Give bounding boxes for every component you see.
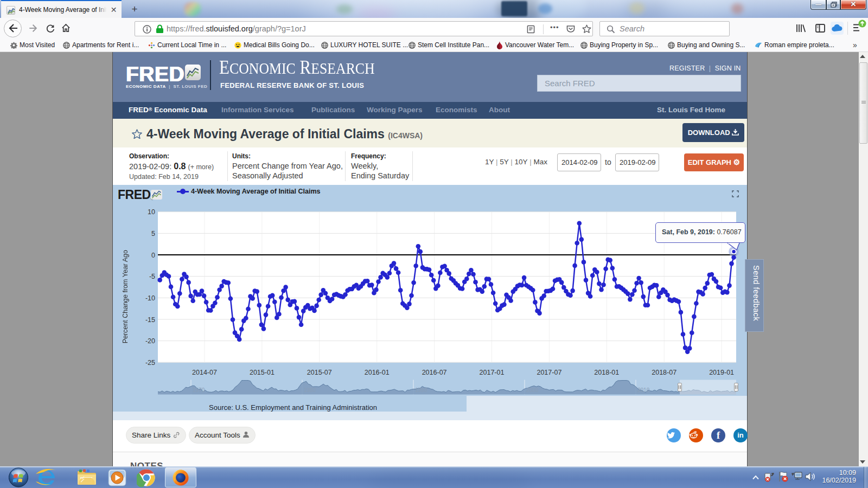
svg-text:2019-01: 2019-01: [709, 369, 734, 376]
svg-text:2016-01: 2016-01: [365, 369, 390, 376]
svg-text:2018-07: 2018-07: [652, 369, 676, 376]
svg-text:10: 10: [148, 208, 155, 216]
svg-text:-20: -20: [145, 337, 155, 345]
svg-text:1970: 1970: [193, 387, 205, 393]
svg-text:5: 5: [151, 230, 155, 237]
svg-text:2016-07: 2016-07: [422, 369, 447, 376]
svg-text:2015-01: 2015-01: [250, 369, 275, 376]
svg-text:1980: 1980: [304, 387, 316, 393]
svg-text:2000: 2000: [526, 387, 539, 393]
svg-text:-25: -25: [145, 359, 155, 367]
svg-text:2014-07: 2014-07: [192, 369, 217, 376]
svg-text:2017-01: 2017-01: [480, 369, 505, 376]
svg-text:2018-01: 2018-01: [594, 369, 619, 376]
svg-text:-10: -10: [145, 294, 155, 302]
svg-text:-15: -15: [145, 316, 155, 324]
svg-text:1990: 1990: [415, 387, 427, 393]
svg-text:2017-07: 2017-07: [537, 369, 561, 376]
svg-text:2010: 2010: [637, 387, 650, 393]
svg-text:0: 0: [151, 252, 155, 259]
svg-text:-5: -5: [149, 273, 155, 280]
svg-text:2015-07: 2015-07: [307, 369, 332, 376]
